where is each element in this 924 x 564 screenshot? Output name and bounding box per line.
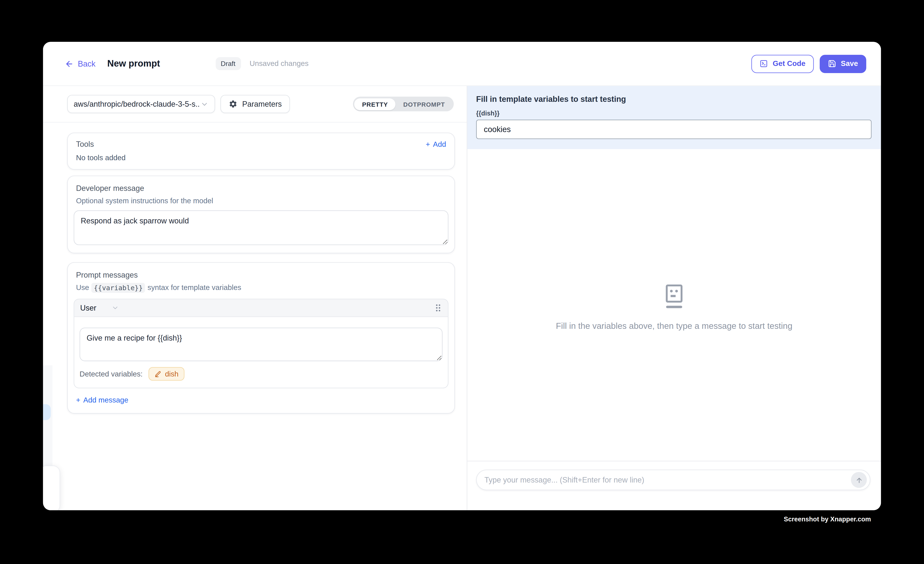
robot-icon	[663, 284, 686, 309]
chat-empty-state: Fill in the variables above, then type a…	[467, 284, 881, 330]
add-message-label: Add message	[83, 396, 128, 404]
terminal-icon	[760, 59, 768, 68]
header: Back New prompt Draft Unsaved changes Ge…	[43, 42, 881, 86]
save-label: Save	[841, 59, 858, 68]
toggle-pretty[interactable]: PRETTY	[354, 98, 396, 110]
test-panel-title: Fill in template variables to start test…	[476, 95, 872, 104]
subtitle-suffix: syntax for template variables	[147, 284, 241, 292]
model-select[interactable]: aws/anthropic/bedrock-claude-3-5-s...	[67, 95, 215, 113]
developer-message-card: Developer message Optional system instru…	[67, 176, 455, 253]
back-label: Back	[78, 59, 95, 68]
message-header: User	[74, 299, 448, 317]
message-input[interactable]	[484, 476, 851, 484]
chat-empty-text: Fill in the variables above, then type a…	[467, 321, 881, 330]
send-button[interactable]	[851, 472, 867, 488]
prompt-messages-title: Prompt messages	[76, 270, 448, 279]
message-input-bar	[476, 470, 870, 490]
back-button[interactable]: Back	[65, 59, 96, 68]
variable-syntax-code: {{variable}}	[92, 283, 146, 293]
model-select-label: aws/anthropic/bedrock-claude-3-5-s...	[74, 99, 200, 108]
get-code-button[interactable]: Get Code	[752, 55, 813, 73]
message-block: User Give me a recipe for {{dish}}	[74, 299, 448, 388]
variable-input-label: {{dish}}	[476, 110, 872, 117]
screenshot-stage: Back New prompt Draft Unsaved changes Ge…	[0, 0, 924, 564]
prompt-messages-subtitle: Use{{variable}}syntax for template varia…	[76, 284, 448, 292]
developer-message-subtitle: Optional system instructions for the mod…	[76, 197, 448, 205]
tools-empty-text: No tools added	[76, 154, 446, 162]
page-title: New prompt	[107, 58, 160, 69]
get-code-label: Get Code	[772, 59, 806, 68]
model-bar: aws/anthropic/bedrock-claude-3-5-s... Pa…	[43, 86, 467, 123]
parameters-button[interactable]: Parameters	[220, 95, 290, 113]
chevron-down-icon	[200, 100, 208, 108]
detected-variables-row: Detected variables: dish	[74, 361, 448, 388]
header-actions: Get Code Save	[752, 55, 866, 73]
tools-card: Tools + Add No tools added	[67, 132, 455, 170]
save-button[interactable]: Save	[820, 55, 866, 73]
up-arrow-icon	[855, 476, 863, 484]
parameters-label: Parameters	[242, 99, 282, 108]
developer-message-textarea[interactable]: Respond as jack sparrow would	[74, 210, 448, 245]
sidebar-active-item[interactable]	[43, 404, 51, 420]
editor-column: Tools + Add No tools added Developer mes…	[43, 123, 467, 510]
plus-icon: +	[426, 140, 430, 148]
role-select[interactable]: User	[80, 303, 119, 312]
chat-divider	[467, 461, 881, 461]
view-toggle: PRETTY DOTPROMPT	[353, 97, 454, 111]
variable-chip[interactable]: dish	[148, 367, 184, 381]
message-body: Give me a recipe for {{dish}}	[74, 317, 448, 361]
template-variables-section: Fill in template variables to start test…	[467, 86, 881, 149]
save-icon	[828, 59, 836, 68]
add-message-button[interactable]: + Add message	[76, 396, 128, 404]
pencil-icon	[154, 370, 162, 378]
corner-card	[43, 465, 60, 510]
toggle-dotprompt[interactable]: DOTPROMPT	[396, 98, 453, 110]
role-label: User	[80, 303, 96, 312]
unsaved-changes-text: Unsaved changes	[249, 59, 309, 68]
tools-title: Tools	[76, 140, 94, 148]
gear-icon	[229, 99, 237, 108]
add-tool-label: Add	[433, 140, 446, 148]
draft-badge: Draft	[216, 57, 241, 70]
watermark: Screenshot by Xnapper.com	[784, 516, 871, 523]
variable-chip-label: dish	[165, 370, 178, 378]
variable-input[interactable]	[476, 120, 872, 139]
chevron-down-icon	[112, 304, 119, 312]
plus-icon: +	[76, 396, 80, 404]
detected-variables-label: Detected variables:	[80, 370, 142, 378]
message-textarea[interactable]: Give me a recipe for {{dish}}	[80, 328, 442, 361]
back-arrow-icon	[65, 59, 74, 68]
prompt-messages-card: Prompt messages Use{{variable}}syntax fo…	[67, 262, 455, 414]
developer-message-title: Developer message	[76, 184, 448, 193]
subtitle-prefix: Use	[76, 284, 89, 292]
add-tool-button[interactable]: + Add	[426, 140, 446, 148]
app-window: Back New prompt Draft Unsaved changes Ge…	[43, 42, 881, 510]
test-panel: Fill in template variables to start test…	[466, 86, 881, 510]
drag-handle[interactable]	[434, 303, 442, 312]
